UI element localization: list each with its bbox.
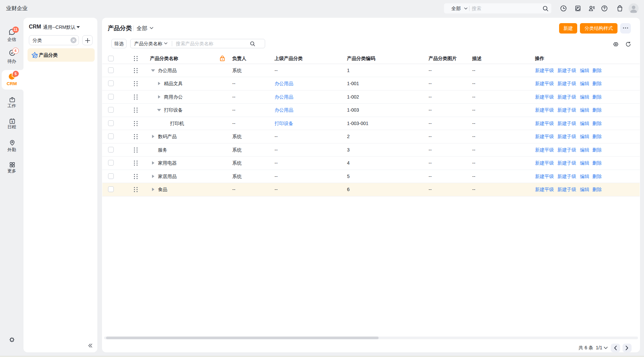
svg-text:5: 5 <box>11 120 13 123</box>
